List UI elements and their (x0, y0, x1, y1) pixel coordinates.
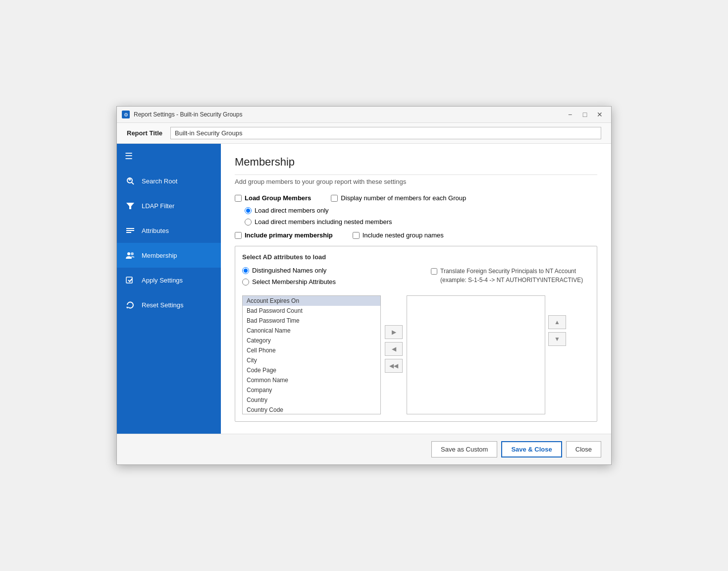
transfer-buttons-group: ▶ ◀ ◀◀ (385, 295, 403, 373)
available-attributes-list[interactable]: Account Expires OnBad Password CountBad … (242, 295, 381, 414)
select-membership-label[interactable]: Select Membership Attributes (242, 278, 411, 286)
load-group-members-label: Load Group Members (245, 194, 311, 202)
available-attribute-item[interactable]: Code Page (243, 365, 380, 375)
available-attribute-item[interactable]: Account Expires On (243, 296, 380, 306)
remove-attribute-button[interactable]: ◀ (385, 342, 403, 356)
search-root-icon (125, 175, 136, 186)
select-ad-box: Select AD attributes to load Distinguish… (235, 246, 597, 422)
minimize-button[interactable]: − (564, 110, 576, 119)
load-direct-nested-label[interactable]: Load direct members including nested mem… (245, 218, 597, 226)
svg-point-6 (127, 252, 130, 255)
sidebar-item-ldap-filter[interactable]: LDAP Filter (117, 193, 221, 218)
load-direct-only-text: Load direct members only (255, 207, 329, 214)
translate-foreign-section: Translate Foreign Security Principals to… (411, 267, 590, 289)
translate-foreign-checkbox[interactable] (431, 268, 437, 275)
translate-foreign-row: Translate Foreign Security Principals to… (431, 267, 590, 285)
close-button[interactable]: Close (566, 441, 601, 457)
include-membership-row: Include primary membership Include neste… (235, 231, 597, 239)
main-window: ⚙ Report Settings - Built-in Security Gr… (116, 106, 612, 465)
order-buttons-group: ▲ ▼ (548, 295, 566, 346)
translate-foreign-label: Translate Foreign Security Principals to… (440, 268, 576, 275)
load-direct-only-label[interactable]: Load direct members only (245, 207, 597, 214)
available-attribute-item[interactable]: Category (243, 336, 380, 345)
svg-rect-5 (126, 232, 131, 233)
available-attribute-item[interactable]: Common Name (243, 375, 380, 385)
selected-attributes-list[interactable] (407, 295, 545, 414)
reset-settings-icon (125, 299, 136, 310)
available-attributes-container: Account Expires OnBad Password CountBad … (242, 295, 381, 414)
distinguished-names-text: Distinguished Names only (252, 267, 326, 274)
sidebar-item-membership[interactable]: Membership (117, 243, 221, 268)
window-title: Report Settings - Built-in Security Grou… (134, 111, 242, 118)
page-title: Membership (235, 156, 597, 175)
available-attribute-item[interactable]: Country (243, 395, 380, 405)
content-area: Membership Add group members to your gro… (221, 144, 611, 434)
available-attribute-item[interactable]: Bad Password Count (243, 306, 380, 316)
include-nested-checkbox[interactable] (353, 232, 360, 239)
sidebar-label-attributes: Attributes (142, 227, 169, 234)
footer-bar: Save as Custom Save & Close Close (117, 434, 611, 464)
title-bar-controls: − □ ✕ (564, 110, 606, 119)
svg-point-1 (129, 178, 131, 181)
load-direct-only-radio[interactable] (245, 207, 252, 214)
membership-icon (125, 250, 136, 261)
move-down-button[interactable]: ▼ (548, 332, 566, 346)
remove-all-attributes-button[interactable]: ◀◀ (385, 359, 403, 373)
load-group-members-checkbox-label[interactable]: Load Group Members (235, 194, 311, 202)
available-attribute-item[interactable]: Cell Phone (243, 345, 380, 355)
sidebar-item-apply-settings[interactable]: Apply Settings (117, 268, 221, 292)
title-bar-left: ⚙ Report Settings - Built-in Security Gr… (122, 111, 242, 118)
report-title-input[interactable] (170, 127, 601, 139)
svg-rect-3 (126, 228, 134, 229)
attributes-icon (125, 225, 136, 236)
svg-marker-9 (126, 307, 128, 309)
svg-point-7 (131, 252, 134, 255)
move-up-button[interactable]: ▲ (548, 315, 566, 329)
svg-marker-2 (126, 203, 134, 209)
app-icon: ⚙ (122, 111, 130, 118)
title-bar: ⚙ Report Settings - Built-in Security Gr… (117, 107, 611, 123)
display-number-members-checkbox-label[interactable]: Display number of members for each Group (331, 194, 466, 202)
hamburger-menu[interactable]: ☰ (117, 144, 221, 169)
load-group-members-checkbox[interactable] (235, 195, 242, 202)
sidebar-label-ldap-filter: LDAP Filter (142, 202, 174, 210)
save-close-button[interactable]: Save & Close (501, 441, 562, 457)
display-number-members-checkbox[interactable] (331, 195, 338, 202)
available-attribute-item[interactable]: Bad Password Time (243, 316, 380, 326)
available-attribute-item[interactable]: Country Code (243, 405, 380, 414)
display-number-members-label: Display number of members for each Group (341, 194, 466, 202)
maximize-button[interactable]: □ (578, 110, 591, 119)
sidebar-item-reset-settings[interactable]: Reset Settings (117, 292, 221, 317)
sidebar-label-membership: Membership (142, 252, 177, 259)
main-content: ☰ Search Root LDAP Filter (117, 144, 611, 434)
window-close-button[interactable]: ✕ (593, 110, 606, 119)
sidebar-label-search-root: Search Root (142, 177, 177, 185)
sidebar-item-search-root[interactable]: Search Root (117, 169, 221, 193)
select-membership-radio[interactable] (242, 279, 249, 286)
save-as-custom-button[interactable]: Save as Custom (431, 441, 497, 457)
available-attribute-item[interactable]: City (243, 355, 380, 365)
include-primary-label: Include primary membership (245, 231, 333, 239)
load-direct-nested-text: Load direct members including nested mem… (255, 218, 392, 226)
include-nested-checkbox-label[interactable]: Include nested group names (353, 231, 444, 239)
distinguished-names-label[interactable]: Distinguished Names only (242, 267, 411, 274)
distinguished-names-radio[interactable] (242, 267, 249, 274)
load-direct-nested-radio[interactable] (245, 219, 252, 226)
report-title-label: Report Title (127, 129, 162, 137)
select-ad-title: Select AD attributes to load (242, 253, 590, 261)
ldap-filter-icon (125, 200, 136, 211)
load-group-members-row: Load Group Members Display number of mem… (235, 194, 597, 202)
ad-radio-group: Distinguished Names only Select Membersh… (242, 267, 411, 289)
include-primary-checkbox-label[interactable]: Include primary membership (235, 231, 333, 239)
selected-attributes-container: ▲ ▼ (407, 295, 566, 414)
available-attribute-item[interactable]: Canonical Name (243, 326, 380, 336)
available-attribute-item[interactable]: Company (243, 385, 380, 395)
sidebar-item-attributes[interactable]: Attributes (117, 218, 221, 243)
apply-settings-icon (125, 275, 136, 286)
svg-rect-4 (126, 230, 134, 231)
add-attribute-button[interactable]: ▶ (385, 325, 403, 339)
include-primary-checkbox[interactable] (235, 232, 242, 239)
report-title-bar: Report Title (117, 123, 611, 144)
translate-foreign-example: (example: S-1-5-4 -> NT AUTHORITY\INTERA… (440, 277, 583, 284)
select-membership-text: Select Membership Attributes (252, 278, 336, 286)
